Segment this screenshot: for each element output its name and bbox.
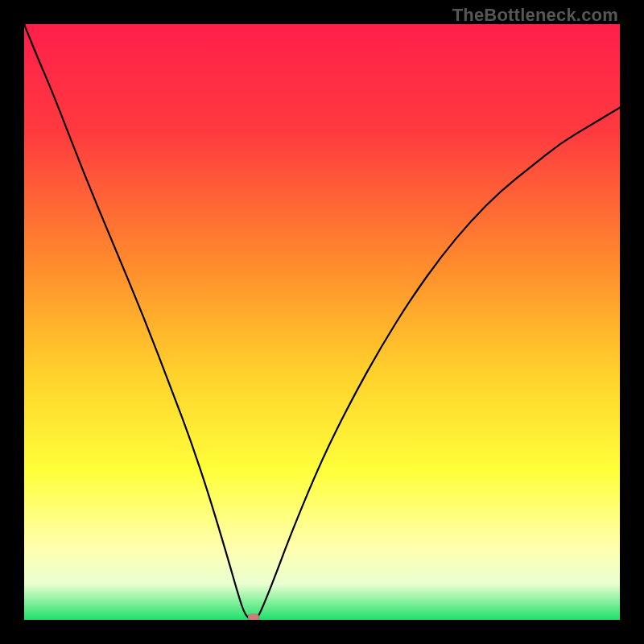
bottleneck-gradient-background	[24, 24, 620, 620]
chart-frame: TheBottleneck.com	[0, 0, 644, 644]
plot-area	[24, 24, 620, 620]
optimum-marker	[248, 614, 259, 621]
attribution-text: TheBottleneck.com	[452, 5, 618, 26]
